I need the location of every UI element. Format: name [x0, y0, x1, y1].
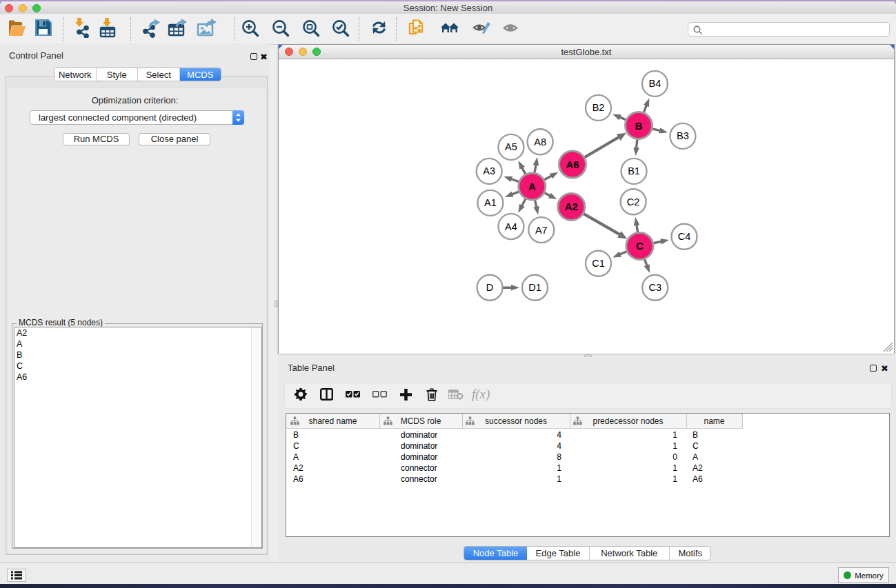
table-cell[interactable]: connector	[401, 463, 462, 474]
tab-mcds[interactable]: MCDS	[180, 68, 221, 81]
table-cell[interactable]: dominator	[401, 429, 462, 440]
table-cell[interactable]: 8	[462, 452, 561, 463]
deselect-all-button[interactable]	[368, 383, 390, 408]
hide-panel-button[interactable]	[470, 14, 494, 44]
table-cell[interactable]: A	[293, 452, 379, 463]
export-image-icon	[197, 17, 217, 41]
close-panel-button[interactable]: Close panel	[139, 133, 210, 145]
column-header-predecessor-nodes[interactable]: predecessor nodes	[570, 414, 686, 429]
network-canvas[interactable]: AA1A3A4A5A7A8A6A2BB1B2B3B4CC1C2C3C4DD1	[279, 60, 894, 354]
delete-button[interactable]	[421, 383, 443, 408]
svg-text:f(x): f(x)	[472, 387, 490, 401]
columns-button[interactable]	[315, 383, 337, 408]
search-box[interactable]	[688, 22, 890, 37]
zoom-selected-button[interactable]	[328, 14, 352, 44]
toolbar-separator	[359, 17, 359, 41]
table-cell[interactable]: 1	[462, 474, 561, 485]
table-cell[interactable]: A2	[693, 463, 742, 474]
main-window: Session: New Session	[0, 1, 896, 584]
search-input[interactable]	[705, 23, 884, 35]
delete-table-button[interactable]	[445, 383, 467, 408]
mcds-result-item[interactable]: C	[14, 361, 261, 372]
memory-button[interactable]: Memory	[838, 567, 889, 583]
mcds-result-item[interactable]: B	[14, 349, 261, 361]
table-cell[interactable]: A6	[693, 474, 742, 485]
export-network-button[interactable]	[139, 14, 163, 44]
export-table-button[interactable]	[166, 14, 189, 44]
network-window-titlebar[interactable]: testGlobe.txt	[279, 45, 894, 59]
function-button[interactable]: f(x)	[472, 383, 495, 408]
vertical-split-handle[interactable]	[275, 300, 278, 307]
gear-button[interactable]	[290, 383, 312, 408]
node-table[interactable]: shared nameMCDS rolesuccessor nodesprede…	[286, 413, 890, 537]
mcds-result-item[interactable]: A6	[14, 372, 261, 383]
table-cell[interactable]: A2	[293, 463, 379, 474]
tab-node-table[interactable]: Node Table	[464, 547, 527, 560]
grow-corner-icon-right[interactable]	[890, 45, 894, 49]
table-cell[interactable]: B	[293, 429, 379, 440]
run-mcds-button[interactable]: Run MCDS	[63, 133, 130, 145]
column-divider[interactable]	[742, 414, 743, 429]
task-history-button[interactable]	[7, 569, 26, 582]
tab-select[interactable]: Select	[138, 68, 180, 81]
table-cell[interactable]: connector	[401, 474, 462, 485]
node-label-A1: A1	[484, 197, 497, 208]
table-float-icon[interactable]	[870, 365, 877, 372]
zoom-selected-icon	[331, 19, 350, 40]
mcds-result-item[interactable]: A	[14, 338, 261, 349]
table-cell[interactable]: 1	[462, 463, 561, 474]
table-cell[interactable]: dominator	[401, 440, 462, 452]
edge-arrow-icon	[660, 239, 669, 244]
hide-panel-icon	[472, 19, 492, 40]
tab-network[interactable]: Network	[54, 68, 97, 81]
table-cell[interactable]: B	[693, 429, 742, 440]
edge-arrow-icon	[634, 217, 640, 225]
mcds-result-item[interactable]: A2	[14, 327, 261, 338]
table-cell[interactable]: 1	[570, 474, 677, 485]
table-cell[interactable]: 0	[570, 452, 677, 463]
column-header-successor-nodes[interactable]: successor nodes	[462, 414, 570, 429]
add-button[interactable]	[395, 383, 417, 408]
node-label-C3: C3	[648, 282, 661, 293]
table-cell[interactable]: 1	[570, 429, 677, 440]
select-all-button[interactable]	[341, 383, 364, 408]
table-cell[interactable]: 1	[570, 463, 677, 474]
table-cell[interactable]: dominator	[401, 452, 462, 463]
zoom-fit-button[interactable]	[299, 14, 322, 44]
mcds-list-scrollbar[interactable]	[251, 327, 261, 547]
resize-grip-icon[interactable]	[879, 338, 893, 352]
criterion-dropdown[interactable]: largest connected component (directed)	[30, 110, 244, 125]
float-panel-icon[interactable]	[250, 53, 257, 60]
show-all-networks-button[interactable]	[438, 14, 461, 44]
tab-edge-table[interactable]: Edge Table	[527, 547, 590, 560]
table-cell[interactable]: C	[293, 440, 379, 452]
edge-arrow-icon	[644, 264, 650, 273]
column-header-MCDS-role[interactable]: MCDS role	[379, 414, 462, 429]
save-session-button[interactable]	[32, 14, 55, 44]
export-image-button[interactable]	[195, 14, 219, 44]
columns-icon	[320, 388, 333, 403]
mcds-result-list[interactable]: A2ABCA6	[14, 327, 262, 548]
tab-network-table[interactable]: Network Table	[590, 547, 670, 560]
refresh-button[interactable]	[367, 14, 390, 44]
duplicate-network-button[interactable]	[405, 14, 428, 44]
show-panel-button[interactable]	[499, 14, 523, 44]
import-table-button[interactable]	[96, 14, 119, 44]
tab-motifs[interactable]: Motifs	[670, 547, 711, 560]
tab-style[interactable]: Style	[97, 68, 139, 81]
column-header-name[interactable]: name	[686, 414, 742, 429]
table-cell[interactable]: 1	[570, 440, 677, 452]
grow-corner-icon-left[interactable]	[279, 45, 283, 49]
zoom-out-button[interactable]	[268, 14, 292, 44]
table-cell[interactable]: C	[693, 440, 742, 452]
table-cell[interactable]: A6	[293, 474, 379, 485]
table-close-icon[interactable]: ✖	[881, 365, 888, 372]
zoom-in-button[interactable]	[238, 14, 261, 44]
table-cell[interactable]: A	[693, 452, 742, 463]
table-cell[interactable]: 4	[462, 429, 561, 440]
open-file-button[interactable]	[6, 14, 29, 44]
column-header-shared-name[interactable]: shared name	[286, 414, 379, 429]
table-cell[interactable]: 4	[462, 440, 561, 452]
import-network-button[interactable]	[70, 14, 93, 44]
close-panel-icon[interactable]: ✖	[260, 54, 268, 61]
